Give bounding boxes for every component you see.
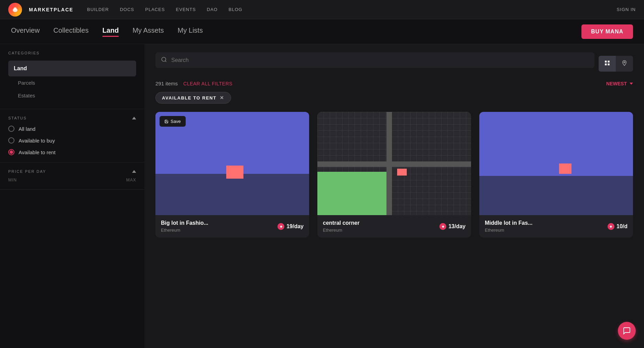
categories-section: CATEGORIES Land Parcels Estates xyxy=(0,44,144,109)
clear-filters-button[interactable]: CLEAR ALL FILTERS xyxy=(183,81,232,86)
category-land[interactable]: Land xyxy=(8,61,136,76)
sort-chevron-icon xyxy=(630,83,633,85)
nav-dao[interactable]: DAO xyxy=(207,7,218,12)
sidebar: CATEGORIES Land Parcels Estates STATUS A… xyxy=(0,44,144,348)
card-title-3: Middle lot in Fas... xyxy=(485,220,533,226)
main-content: CATEGORIES Land Parcels Estates STATUS A… xyxy=(0,44,644,348)
cards-grid: Save Big lot in Fashio... Ethereum ◈ 19/… xyxy=(155,112,633,238)
status-header: STATUS xyxy=(8,116,136,120)
svg-rect-6 xyxy=(608,61,610,62)
card-price-value-2: 13/day xyxy=(448,223,466,230)
sort-label: NEWEST xyxy=(606,81,627,86)
sub-nav-links: Overview Collectibles Land My Assets My … xyxy=(11,27,581,37)
map3-road xyxy=(479,176,633,215)
save-label-1: Save xyxy=(171,119,181,124)
search-row xyxy=(155,52,633,75)
card-price-1: ◈ 19/day xyxy=(277,223,304,230)
price-header: PRICE PER DAY xyxy=(8,169,136,173)
status-chevron-icon[interactable] xyxy=(132,117,136,119)
map-visual-1 xyxy=(155,112,309,215)
card-middle-lot[interactable]: Middle lot in Fas... Ethereum ◈ 10/d xyxy=(479,112,633,238)
search-input[interactable] xyxy=(167,52,589,68)
mana-icon-2: ◈ xyxy=(439,223,446,230)
card-chain-1: Ethereum xyxy=(161,228,208,233)
card-left-3: Middle lot in Fas... Ethereum xyxy=(485,220,533,233)
map1-road xyxy=(155,174,309,215)
radio-rent-circle xyxy=(8,149,14,155)
nav-docs[interactable]: DOCS xyxy=(120,7,134,12)
grid-view-button[interactable] xyxy=(599,56,616,72)
search-bar xyxy=(155,52,594,68)
map-visual-3 xyxy=(479,112,633,215)
svg-rect-7 xyxy=(605,64,607,65)
svg-rect-8 xyxy=(608,64,610,65)
radio-buy-circle xyxy=(8,137,14,144)
status-buy-label: Available to buy xyxy=(19,138,55,144)
save-button-card1[interactable]: Save xyxy=(160,116,186,127)
map2-road-h xyxy=(317,161,471,167)
card-image-big-lot: Save xyxy=(155,112,309,215)
filter-tag-label: AVAILABLE TO RENT xyxy=(162,95,216,101)
filter-tag-close-icon[interactable]: ✕ xyxy=(220,95,225,101)
mana-icon-1: ◈ xyxy=(277,223,284,230)
status-available-rent[interactable]: Available to rent xyxy=(8,149,136,155)
radio-rent-dot xyxy=(10,150,13,154)
chat-bubble-button[interactable] xyxy=(618,322,636,340)
tab-land[interactable]: Land xyxy=(102,27,119,37)
buy-mana-button[interactable]: BUY MANA xyxy=(581,24,633,39)
price-max-label: MAX xyxy=(126,178,136,182)
nav-events[interactable]: EVENTS xyxy=(176,7,196,12)
results-info: 291 items CLEAR ALL FILTERS xyxy=(155,81,232,86)
view-toggles xyxy=(599,56,633,72)
price-chevron-icon[interactable] xyxy=(132,170,136,173)
card-left-2: central corner Ethereum xyxy=(323,220,360,233)
svg-point-3 xyxy=(162,57,166,61)
status-section: STATUS All land Available to buy Availab… xyxy=(0,109,144,162)
tab-my-lists[interactable]: My Lists xyxy=(178,27,203,37)
logo[interactable] xyxy=(8,3,22,17)
nav-builder[interactable]: BUILDER xyxy=(87,7,109,12)
map2-parcel xyxy=(397,169,407,176)
tab-collectibles[interactable]: Collectibles xyxy=(53,27,88,37)
card-chain-3: Ethereum xyxy=(485,228,533,233)
category-estates[interactable]: Estates xyxy=(8,89,136,102)
status-title: STATUS xyxy=(8,116,27,120)
nav-links: BUILDER DOCS PLACES EVENTS DAO BLOG xyxy=(87,7,616,12)
svg-line-4 xyxy=(165,61,166,62)
card-central-corner[interactable]: central corner Ethereum ◈ 13/day xyxy=(317,112,471,238)
card-price-value-3: 10/d xyxy=(616,223,627,230)
sign-in-link[interactable]: SIGN IN xyxy=(617,7,636,12)
card-image-middle xyxy=(479,112,633,215)
filter-tags: AVAILABLE TO RENT ✕ xyxy=(155,92,633,104)
card-title-1: Big lot in Fashio... xyxy=(161,220,208,226)
tab-my-assets[interactable]: My Assets xyxy=(132,27,164,37)
nav-blog[interactable]: BLOG xyxy=(229,7,242,12)
status-all-land[interactable]: All land xyxy=(8,126,136,132)
mana-icon-3: ◈ xyxy=(608,223,614,230)
sort-dropdown[interactable]: NEWEST xyxy=(606,81,633,86)
svg-point-2 xyxy=(14,7,17,10)
map-visual-2 xyxy=(317,112,471,215)
tab-overview[interactable]: Overview xyxy=(11,27,40,37)
card-left-1: Big lot in Fashio... Ethereum xyxy=(161,220,208,233)
results-row: 291 items CLEAR ALL FILTERS NEWEST xyxy=(155,81,633,86)
svg-point-9 xyxy=(624,62,625,63)
card-info-1: Big lot in Fashio... Ethereum ◈ 19/day xyxy=(155,215,309,238)
card-big-lot[interactable]: Save Big lot in Fashio... Ethereum ◈ 19/… xyxy=(155,112,309,238)
status-all-land-label: All land xyxy=(19,126,35,132)
price-title: PRICE PER DAY xyxy=(8,169,46,173)
map-view-button[interactable] xyxy=(616,56,633,72)
nav-places[interactable]: PLACES xyxy=(145,7,165,12)
card-price-value-1: 19/day xyxy=(286,223,304,230)
card-price-3: ◈ 10/d xyxy=(608,223,627,230)
card-info-2: central corner Ethereum ◈ 13/day xyxy=(317,215,471,238)
content-area: 291 items CLEAR ALL FILTERS NEWEST AVAIL… xyxy=(144,44,644,348)
card-info-3: Middle lot in Fas... Ethereum ◈ 10/d xyxy=(479,215,633,238)
svg-rect-5 xyxy=(605,61,607,62)
category-parcels[interactable]: Parcels xyxy=(8,76,136,89)
price-section: PRICE PER DAY MIN MAX xyxy=(0,162,144,190)
card-title-2: central corner xyxy=(323,220,360,226)
radio-all-land-circle xyxy=(8,126,14,132)
status-available-buy[interactable]: Available to buy xyxy=(8,137,136,144)
map2-road-v xyxy=(386,112,392,215)
